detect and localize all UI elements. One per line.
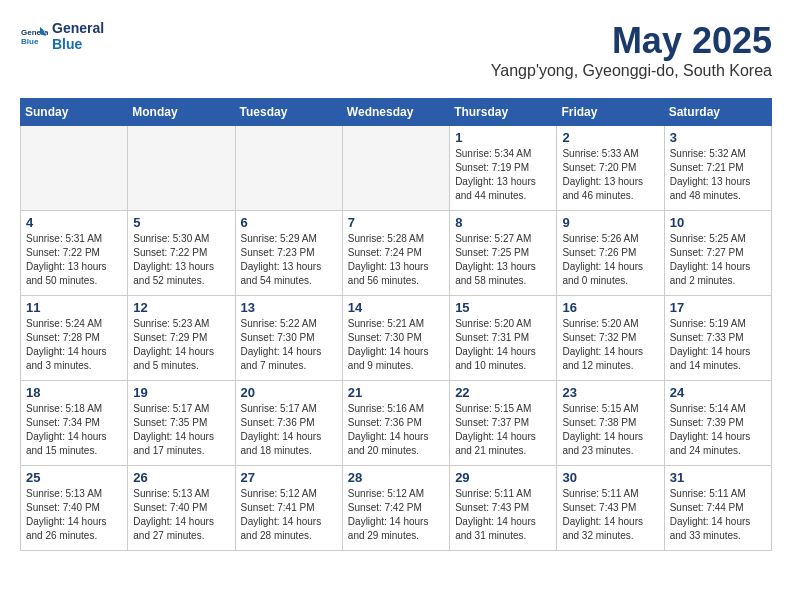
calendar-cell: 17Sunrise: 5:19 AMSunset: 7:33 PMDayligh… [664,296,771,381]
day-info: Sunrise: 5:33 AMSunset: 7:20 PMDaylight:… [562,147,658,203]
day-number: 12 [133,300,229,315]
day-number: 26 [133,470,229,485]
day-number: 22 [455,385,551,400]
day-number: 7 [348,215,444,230]
calendar-cell: 14Sunrise: 5:21 AMSunset: 7:30 PMDayligh… [342,296,449,381]
day-info: Sunrise: 5:28 AMSunset: 7:24 PMDaylight:… [348,232,444,288]
day-info: Sunrise: 5:11 AMSunset: 7:43 PMDaylight:… [562,487,658,543]
day-number: 9 [562,215,658,230]
week-row-3: 18Sunrise: 5:18 AMSunset: 7:34 PMDayligh… [21,381,772,466]
day-info: Sunrise: 5:18 AMSunset: 7:34 PMDaylight:… [26,402,122,458]
day-info: Sunrise: 5:20 AMSunset: 7:31 PMDaylight:… [455,317,551,373]
week-row-1: 4Sunrise: 5:31 AMSunset: 7:22 PMDaylight… [21,211,772,296]
weekday-header-monday: Monday [128,99,235,126]
calendar-cell: 22Sunrise: 5:15 AMSunset: 7:37 PMDayligh… [450,381,557,466]
calendar-cell: 6Sunrise: 5:29 AMSunset: 7:23 PMDaylight… [235,211,342,296]
weekday-header-friday: Friday [557,99,664,126]
svg-text:Blue: Blue [21,37,39,46]
logo-blue: Blue [52,36,104,52]
calendar-body: 1Sunrise: 5:34 AMSunset: 7:19 PMDaylight… [21,126,772,551]
calendar-cell: 26Sunrise: 5:13 AMSunset: 7:40 PMDayligh… [128,466,235,551]
calendar-cell [235,126,342,211]
weekday-header-wednesday: Wednesday [342,99,449,126]
day-number: 15 [455,300,551,315]
calendar-cell: 4Sunrise: 5:31 AMSunset: 7:22 PMDaylight… [21,211,128,296]
day-info: Sunrise: 5:25 AMSunset: 7:27 PMDaylight:… [670,232,766,288]
calendar-cell: 5Sunrise: 5:30 AMSunset: 7:22 PMDaylight… [128,211,235,296]
day-number: 19 [133,385,229,400]
day-info: Sunrise: 5:23 AMSunset: 7:29 PMDaylight:… [133,317,229,373]
calendar-cell: 25Sunrise: 5:13 AMSunset: 7:40 PMDayligh… [21,466,128,551]
calendar-cell: 13Sunrise: 5:22 AMSunset: 7:30 PMDayligh… [235,296,342,381]
calendar-cell: 19Sunrise: 5:17 AMSunset: 7:35 PMDayligh… [128,381,235,466]
day-info: Sunrise: 5:17 AMSunset: 7:35 PMDaylight:… [133,402,229,458]
day-info: Sunrise: 5:34 AMSunset: 7:19 PMDaylight:… [455,147,551,203]
calendar-cell: 28Sunrise: 5:12 AMSunset: 7:42 PMDayligh… [342,466,449,551]
logo-general: General [52,20,104,36]
weekday-header-sunday: Sunday [21,99,128,126]
day-info: Sunrise: 5:12 AMSunset: 7:42 PMDaylight:… [348,487,444,543]
day-number: 4 [26,215,122,230]
day-info: Sunrise: 5:11 AMSunset: 7:43 PMDaylight:… [455,487,551,543]
day-number: 29 [455,470,551,485]
day-number: 16 [562,300,658,315]
day-number: 5 [133,215,229,230]
day-info: Sunrise: 5:16 AMSunset: 7:36 PMDaylight:… [348,402,444,458]
month-title: May 2025 [491,20,772,62]
day-number: 1 [455,130,551,145]
day-info: Sunrise: 5:20 AMSunset: 7:32 PMDaylight:… [562,317,658,373]
calendar-cell: 30Sunrise: 5:11 AMSunset: 7:43 PMDayligh… [557,466,664,551]
calendar-cell: 24Sunrise: 5:14 AMSunset: 7:39 PMDayligh… [664,381,771,466]
day-info: Sunrise: 5:22 AMSunset: 7:30 PMDaylight:… [241,317,337,373]
day-number: 10 [670,215,766,230]
day-number: 18 [26,385,122,400]
day-info: Sunrise: 5:32 AMSunset: 7:21 PMDaylight:… [670,147,766,203]
day-info: Sunrise: 5:12 AMSunset: 7:41 PMDaylight:… [241,487,337,543]
week-row-0: 1Sunrise: 5:34 AMSunset: 7:19 PMDaylight… [21,126,772,211]
day-number: 2 [562,130,658,145]
title-section: May 2025 Yangp'yong, Gyeonggi-do, South … [491,20,772,80]
day-info: Sunrise: 5:29 AMSunset: 7:23 PMDaylight:… [241,232,337,288]
weekday-header-tuesday: Tuesday [235,99,342,126]
calendar-cell: 20Sunrise: 5:17 AMSunset: 7:36 PMDayligh… [235,381,342,466]
day-info: Sunrise: 5:11 AMSunset: 7:44 PMDaylight:… [670,487,766,543]
day-info: Sunrise: 5:17 AMSunset: 7:36 PMDaylight:… [241,402,337,458]
calendar-cell: 10Sunrise: 5:25 AMSunset: 7:27 PMDayligh… [664,211,771,296]
day-number: 17 [670,300,766,315]
day-info: Sunrise: 5:24 AMSunset: 7:28 PMDaylight:… [26,317,122,373]
day-number: 25 [26,470,122,485]
day-number: 3 [670,130,766,145]
calendar-cell: 9Sunrise: 5:26 AMSunset: 7:26 PMDaylight… [557,211,664,296]
day-number: 11 [26,300,122,315]
calendar-cell [128,126,235,211]
logo-icon: General Blue [20,22,48,50]
day-info: Sunrise: 5:13 AMSunset: 7:40 PMDaylight:… [133,487,229,543]
day-number: 8 [455,215,551,230]
calendar-cell: 11Sunrise: 5:24 AMSunset: 7:28 PMDayligh… [21,296,128,381]
day-info: Sunrise: 5:15 AMSunset: 7:37 PMDaylight:… [455,402,551,458]
day-number: 23 [562,385,658,400]
calendar-cell [21,126,128,211]
location-title: Yangp'yong, Gyeonggi-do, South Korea [491,62,772,80]
calendar-cell: 16Sunrise: 5:20 AMSunset: 7:32 PMDayligh… [557,296,664,381]
calendar-cell: 15Sunrise: 5:20 AMSunset: 7:31 PMDayligh… [450,296,557,381]
calendar-cell: 7Sunrise: 5:28 AMSunset: 7:24 PMDaylight… [342,211,449,296]
day-info: Sunrise: 5:15 AMSunset: 7:38 PMDaylight:… [562,402,658,458]
weekday-header-thursday: Thursday [450,99,557,126]
logo: General Blue General Blue [20,20,104,52]
week-row-4: 25Sunrise: 5:13 AMSunset: 7:40 PMDayligh… [21,466,772,551]
calendar-cell: 3Sunrise: 5:32 AMSunset: 7:21 PMDaylight… [664,126,771,211]
day-info: Sunrise: 5:30 AMSunset: 7:22 PMDaylight:… [133,232,229,288]
day-info: Sunrise: 5:19 AMSunset: 7:33 PMDaylight:… [670,317,766,373]
weekday-header-row: SundayMondayTuesdayWednesdayThursdayFrid… [21,99,772,126]
calendar-cell: 12Sunrise: 5:23 AMSunset: 7:29 PMDayligh… [128,296,235,381]
calendar-cell: 8Sunrise: 5:27 AMSunset: 7:25 PMDaylight… [450,211,557,296]
day-info: Sunrise: 5:27 AMSunset: 7:25 PMDaylight:… [455,232,551,288]
calendar-cell: 23Sunrise: 5:15 AMSunset: 7:38 PMDayligh… [557,381,664,466]
day-number: 20 [241,385,337,400]
calendar-cell: 29Sunrise: 5:11 AMSunset: 7:43 PMDayligh… [450,466,557,551]
calendar-cell: 2Sunrise: 5:33 AMSunset: 7:20 PMDaylight… [557,126,664,211]
day-info: Sunrise: 5:13 AMSunset: 7:40 PMDaylight:… [26,487,122,543]
day-number: 27 [241,470,337,485]
calendar-cell: 1Sunrise: 5:34 AMSunset: 7:19 PMDaylight… [450,126,557,211]
